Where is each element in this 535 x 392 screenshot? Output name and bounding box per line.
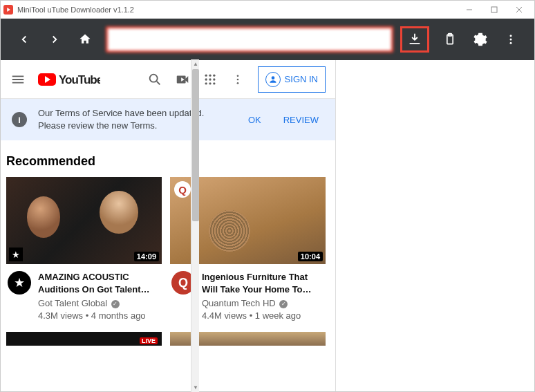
svg-point-12 (213, 74, 215, 76)
video-grid-row: LIVE (1, 322, 335, 346)
live-badge: LIVE (140, 337, 158, 344)
content-area: YouTube SIGN IN i Our Terms of Service h… (1, 60, 534, 391)
download-button[interactable] (400, 26, 429, 53)
recommended-heading: Recommended (1, 140, 335, 177)
close-button[interactable] (507, 1, 532, 18)
scroll-down-arrow-icon[interactable]: ▼ (191, 383, 200, 392)
app-icon (3, 5, 13, 15)
info-icon: i (12, 112, 27, 127)
scrollbar-thumb[interactable] (192, 69, 199, 221)
video-title[interactable]: Ingenious Furniture That Will Take Your … (202, 271, 324, 295)
maximize-button[interactable] (482, 1, 507, 18)
svg-point-13 (205, 78, 207, 80)
account-icon (265, 72, 281, 87)
svg-rect-1 (491, 7, 497, 12)
scrollbar[interactable]: ▲ ▼ (191, 59, 199, 392)
channel-avatar[interactable]: ★ (8, 271, 31, 295)
minimize-button[interactable] (457, 1, 482, 18)
verified-icon: ✓ (279, 300, 288, 308)
tos-ok-button[interactable]: OK (243, 111, 267, 129)
svg-point-17 (209, 82, 211, 84)
sign-in-label: SIGN IN (285, 74, 318, 84)
video-duration: 14:09 (134, 252, 159, 261)
svg-point-10 (205, 74, 207, 76)
svg-point-21 (236, 82, 238, 84)
tos-review-button[interactable]: REVIEW (278, 111, 324, 129)
yt-more-icon[interactable] (230, 72, 245, 87)
video-grid: ★ 14:09 ★ AMAZING ACOUSTIC Auditions On … (1, 177, 335, 321)
svg-point-22 (271, 76, 274, 80)
svg-point-9 (149, 74, 157, 82)
video-channel[interactable]: Quantum Tech HD ✓ (202, 297, 324, 310)
svg-point-15 (213, 78, 215, 80)
right-pane (336, 60, 534, 391)
svg-point-6 (510, 42, 512, 44)
svg-point-14 (209, 78, 211, 80)
verified-icon: ✓ (111, 300, 120, 308)
settings-button[interactable] (467, 26, 494, 53)
url-input[interactable] (106, 26, 393, 53)
star-badge-icon: ★ (9, 248, 23, 261)
terms-of-service-notice: i Our Terms of Service have been updated… (1, 99, 335, 140)
more-button[interactable] (497, 26, 525, 53)
video-stats: 4.3M views • 4 months ago (38, 310, 160, 322)
video-title[interactable]: AMAZING ACOUSTIC Auditions On Got Talent… (38, 271, 160, 295)
svg-text:YouTube: YouTube (59, 73, 100, 86)
video-thumbnail[interactable]: ★ 14:09 (6, 177, 162, 264)
scroll-up-arrow-icon[interactable]: ▲ (191, 59, 200, 68)
browser-pane: YouTube SIGN IN i Our Terms of Service h… (1, 60, 336, 391)
title-bar: MiniTool uTube Downloader v1.1.2 (1, 1, 534, 19)
video-channel[interactable]: Got Talent Global ✓ (38, 297, 160, 310)
svg-point-18 (213, 82, 215, 84)
apps-icon[interactable] (203, 72, 218, 87)
svg-point-4 (510, 35, 512, 37)
svg-point-11 (209, 74, 211, 76)
svg-point-19 (236, 75, 238, 77)
clipboard-button[interactable] (436, 26, 464, 53)
app-toolbar (1, 19, 534, 60)
video-card: ★ 14:09 ★ AMAZING ACOUSTIC Auditions On … (6, 177, 162, 321)
video-stats: 4.4M views • 1 week ago (202, 310, 324, 322)
back-button[interactable] (10, 26, 38, 53)
search-icon[interactable] (147, 72, 162, 87)
svg-point-5 (510, 39, 512, 41)
video-thumbnail[interactable]: LIVE (6, 332, 162, 346)
svg-point-20 (236, 78, 238, 80)
svg-point-16 (205, 82, 207, 84)
channel-badge-icon: Q (174, 181, 191, 198)
home-button[interactable] (71, 26, 99, 53)
window-title: MiniTool uTube Downloader v1.1.2 (17, 6, 457, 14)
create-video-icon[interactable] (175, 72, 190, 87)
youtube-logo[interactable]: YouTube (38, 72, 100, 87)
hamburger-icon[interactable] (10, 72, 26, 87)
youtube-header: YouTube SIGN IN (1, 60, 335, 99)
sign-in-button[interactable]: SIGN IN (258, 66, 326, 93)
video-duration: 10:04 (298, 252, 323, 261)
tos-text: Our Terms of Service have been updated. … (38, 107, 232, 132)
forward-button[interactable] (41, 26, 68, 53)
